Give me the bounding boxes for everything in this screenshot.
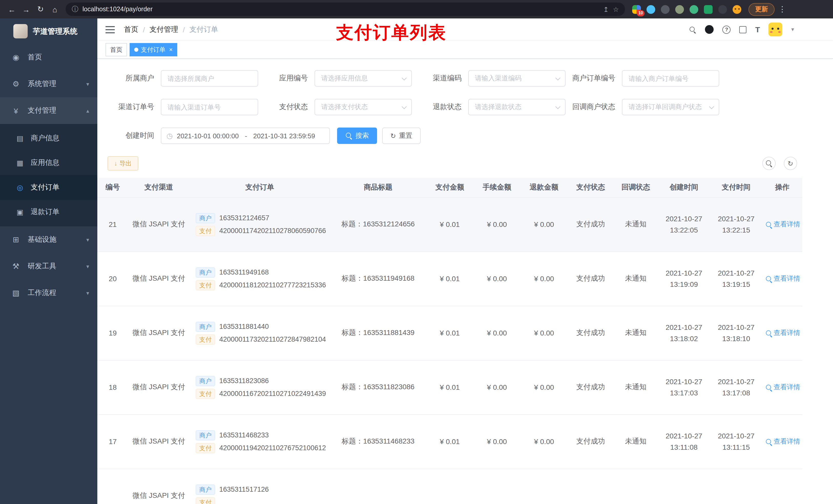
cell-pay-status: 支付成功 [568, 197, 614, 251]
tab-pay-order[interactable]: 支付订单 × [129, 43, 177, 56]
cell-notify-status: 未通知 [614, 251, 658, 306]
sidebar-item-merchant-info[interactable]: ▤ 商户信息 [0, 126, 97, 150]
forward-icon[interactable]: → [20, 3, 33, 16]
extension-green-icon[interactable] [704, 5, 713, 14]
refund-status-select[interactable]: 请选择退款状态 [468, 99, 566, 115]
emoji-extension-icon[interactable] [733, 5, 741, 14]
export-button[interactable]: ↓ 导出 [108, 156, 138, 171]
refresh-table-button[interactable]: ↻ [784, 157, 797, 170]
sidebar-item-system[interactable]: ⚙ 系统管理 ▾ [0, 71, 97, 97]
cell-create-time: 2021-10-27 13:19:09 [658, 251, 710, 306]
github-icon[interactable] [705, 25, 714, 34]
table-row[interactable]: 19 微信 JSAPI 支付 商户 1635311881440 支付 42000… [97, 306, 802, 360]
merchant-order-no: 1635311517126 [219, 485, 269, 493]
sidebar-toggle-icon[interactable] [105, 26, 115, 33]
sidebar-item-infra[interactable]: ⊞ 基础设施 ▾ [0, 226, 97, 253]
table-row[interactable]: 17 微信 JSAPI 支付 商户 1635311468233 支付 42000… [97, 414, 802, 469]
view-detail-link[interactable]: 查看详情 [765, 437, 800, 446]
breadcrumb-payment[interactable]: 支付管理 [149, 25, 178, 34]
merchant-order-line: 商户 1635311949168 [196, 267, 327, 278]
cell-notify-status: 未通知 [614, 360, 658, 414]
cell-pay-amount: ¥ 0.01 [426, 251, 473, 306]
date-start-value: 2021-10-01 00:00:00 [177, 132, 238, 140]
table-row[interactable]: 21 微信 JSAPI 支付 商户 1635312124657 支付 42000… [97, 197, 802, 251]
merchant-input[interactable] [161, 70, 258, 87]
breadcrumb-home[interactable]: 首页 [124, 25, 138, 34]
card-icon: ▤ [15, 134, 25, 142]
sidebar-item-home[interactable]: ◉ 首页 [0, 44, 97, 71]
merchant-tag: 商户 [196, 376, 215, 386]
logo[interactable]: 芋道管理系统 [0, 19, 97, 44]
browser-menu-icon[interactable]: ⋮ [776, 3, 789, 16]
cell-order-id: 18 [97, 360, 128, 414]
extension-olive-icon[interactable] [675, 5, 684, 14]
cell-product-title: 标题：1635311881439 [330, 306, 426, 360]
app-select[interactable]: 请选择应用信息 [314, 70, 412, 87]
magnifier-icon [765, 275, 771, 282]
view-detail-link[interactable]: 查看详情 [765, 383, 800, 392]
search-button[interactable]: 搜索 [337, 127, 377, 144]
reset-button[interactable]: ↻ 重置 [382, 127, 421, 144]
notify-status-select[interactable]: 请选择订单回调商户状态 [622, 99, 719, 115]
tab-home[interactable]: 首页 [105, 43, 127, 56]
table-row[interactable]: 微信 JSAPI 支付 商户 1635311517126 支付 [97, 469, 802, 504]
extension-grid-icon[interactable]: 10 [632, 5, 641, 14]
home-icon[interactable]: ⌂ [48, 3, 62, 16]
select-placeholder: 请输入渠道编码 [475, 74, 522, 83]
view-detail-link[interactable]: 查看详情 [765, 274, 800, 283]
share-icon[interactable]: ↥ [603, 5, 609, 13]
back-icon[interactable]: ← [5, 3, 19, 16]
cell-product-title: 标题：1635311823086 [330, 360, 426, 414]
tab-label: 首页 [110, 45, 122, 54]
gear-icon: ⚙ [11, 79, 21, 89]
cell-refund-amount [521, 469, 568, 504]
sidebar-item-devtools[interactable]: ⚒ 研发工具 ▾ [0, 253, 97, 280]
sidebar-item-workflow[interactable]: ▧ 工作流程 ▾ [0, 280, 97, 306]
sidebar-item-pay-order[interactable]: ◎ 支付订单 [0, 175, 97, 200]
view-detail-link[interactable]: 查看详情 [765, 328, 800, 338]
col-create-time: 创建时间 [658, 178, 710, 197]
sidebar-item-payment[interactable]: ¥ 支付管理 ▴ [0, 97, 97, 124]
channel-code-select[interactable]: 请输入渠道编码 [468, 70, 566, 87]
site-info-icon[interactable]: ⓘ [72, 5, 78, 14]
vue-devtools-icon[interactable] [690, 5, 698, 14]
pay-tag: 支付 [196, 497, 215, 504]
date-range-picker[interactable]: ◷ 2021-10-01 00:00:00 - 2021-10-31 23:59… [161, 127, 330, 144]
sidebar-item-app-info[interactable]: ▦ 应用信息 [0, 150, 97, 175]
font-size-icon[interactable]: T [755, 25, 760, 34]
col-pay-time: 支付时间 [710, 178, 762, 197]
filter-label: 创建时间 [104, 131, 161, 140]
view-detail-link[interactable]: 查看详情 [765, 220, 800, 229]
user-avatar[interactable] [769, 23, 783, 37]
browser-update-button[interactable]: 更新 [748, 3, 775, 16]
cell-pay-amount: ¥ 0.01 [426, 360, 473, 414]
sidebar-item-refund-order[interactable]: ▣ 退款订单 [0, 200, 97, 224]
table-row[interactable]: 20 微信 JSAPI 支付 商户 1635311949168 支付 42000… [97, 251, 802, 306]
user-dropdown-caret-icon[interactable]: ▾ [791, 26, 794, 33]
pay-order-table: 编号 支付渠道 支付订单 商品标题 支付金额 手续金额 退款金额 支付状态 回调… [97, 178, 802, 504]
table-row[interactable]: 18 微信 JSAPI 支付 商户 1635311823086 支付 42000… [97, 360, 802, 414]
top-navbar: 首页 / 支付管理 / 支付订单 ? T ▾ [97, 19, 833, 41]
chevron-down-icon: ▾ [86, 290, 89, 296]
cell-refund-amount: ¥ 0.00 [521, 251, 568, 306]
bookmark-star-icon[interactable]: ☆ [613, 5, 619, 13]
reload-icon[interactable]: ↻ [34, 3, 47, 16]
merchant-order-no-input[interactable] [622, 70, 719, 87]
view-detail-label: 查看详情 [774, 220, 800, 229]
filter-label: 应用编号 [258, 74, 314, 83]
filter-label: 回调商户状态 [566, 102, 622, 112]
help-icon[interactable]: ? [722, 25, 731, 33]
close-tab-icon[interactable]: × [169, 46, 173, 53]
toggle-search-button[interactable] [762, 157, 776, 170]
toolbar-right: ↻ [762, 157, 823, 170]
extension-blue-icon[interactable] [646, 5, 655, 14]
channel-pay-no: 4200001194202110276752100612 [219, 444, 326, 452]
search-icon[interactable] [689, 26, 696, 33]
extension-pin-icon[interactable] [718, 5, 727, 14]
address-bar[interactable]: ⓘ localhost:1024/pay/order ↥ ☆ [66, 3, 625, 16]
extension-dark-icon[interactable] [661, 5, 670, 14]
select-placeholder: 请选择退款状态 [475, 102, 522, 112]
channel-order-no-input[interactable] [161, 99, 258, 115]
pay-status-select[interactable]: 请选择支付状态 [314, 99, 412, 115]
fullscreen-icon[interactable] [739, 26, 747, 33]
